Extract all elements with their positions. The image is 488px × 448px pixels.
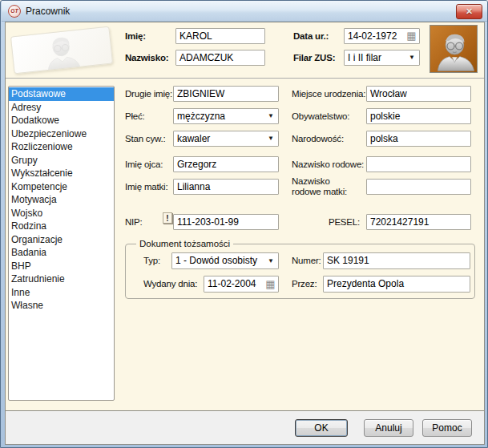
person-watermark-icon [42, 33, 83, 72]
chevron-down-icon: ▼ [268, 131, 274, 146]
nazwisko-rodowe-matki-label: Nazwisko rodowe matki: [292, 176, 357, 196]
drugie-imie-label: Drugie imię: [125, 86, 172, 102]
nazwisko-rodowe-label: Nazwisko rodowe: [292, 156, 364, 172]
nazwisko-rodowe-input[interactable] [366, 156, 471, 172]
obywatelstwo-label: Obywatelstwo: [292, 108, 349, 124]
wydany-dnia-label: Wydany dnia: [143, 276, 197, 292]
stan-cyw-value: kawaler [177, 133, 210, 144]
miejsce-urodzenia-label: Miejsce urodzenia: [292, 86, 365, 102]
wydany-dnia-input[interactable]: 11-02-2004 ▦ [204, 276, 279, 293]
typ-dropdown[interactable]: 1 - Dowód osobisty ▼ [171, 252, 279, 269]
sidebar-item-wlasne[interactable]: Własne [9, 299, 114, 313]
sidebar-item-dodatkowe[interactable]: Dodatkowe [9, 114, 114, 127]
close-button[interactable]: ✕ [456, 4, 482, 19]
sidebar-item-organizacje[interactable]: Organizacje [9, 233, 114, 247]
app-logo-icon: GT [8, 5, 21, 18]
chevron-down-icon: ▼ [268, 253, 274, 268]
validation-warning-icon: ! [163, 212, 172, 224]
person-avatar-icon [435, 30, 477, 73]
miejsce-urodzenia-input[interactable]: Wrocław [366, 86, 471, 102]
chevron-down-icon: ▼ [268, 109, 274, 123]
category-listbox: Podstawowe Adresy Dodatkowe Ubezpieczeni… [8, 86, 115, 401]
numer-input[interactable]: SK 19191 [323, 252, 470, 269]
imie-matki-input[interactable]: Lilianna [173, 179, 279, 195]
sidebar-item-inne[interactable]: Inne [9, 286, 114, 300]
sidebar-item-zatrudnienie[interactable]: Zatrudnienie [9, 272, 114, 286]
nazwisko-label: Nazwisko: [125, 50, 168, 66]
imie-ojca-label: Imię ojca: [125, 156, 163, 172]
sidebar-item-adresy[interactable]: Adresy [9, 101, 114, 115]
imie-ojca-input[interactable]: Grzegorz [173, 156, 279, 172]
sidebar-item-rodzina[interactable]: Rodzina [9, 220, 114, 233]
title-bar[interactable]: GT Pracownik ✕ [2, 1, 488, 22]
group-title: Dokument tożsamości [136, 238, 233, 249]
narodowosc-label: Narodowość: [292, 131, 344, 147]
imie-label: Imię: [125, 28, 146, 44]
przez-label: Przez: [292, 276, 317, 292]
sidebar-item-bhp[interactable]: BHP [9, 260, 114, 273]
typ-label: Typ: [143, 252, 160, 268]
sidebar-item-motywacja[interactable]: Motywacja [9, 193, 114, 207]
stan-cyw-label: Stan cyw.: [125, 131, 165, 147]
drugie-imie-input[interactable]: ZBIGNIEW [173, 86, 279, 102]
window-title: Pracownik [26, 6, 70, 18]
plec-dropdown[interactable]: mężczyzna ▼ [173, 108, 279, 124]
sidebar-item-wyksztalcenie[interactable]: Wykształcenie [9, 167, 114, 180]
anuluj-button[interactable]: Anuluj [364, 419, 413, 437]
nazwisko-input[interactable]: ADAMCZUK [175, 50, 265, 66]
sidebar-item-rozliczeniowe[interactable]: Rozliczeniowe [9, 140, 114, 154]
przez-input[interactable]: Prezydenta Opola [323, 276, 470, 293]
data-ur-input[interactable]: 14-02-1972 ▦ [344, 28, 420, 44]
sidebar-item-ubezpieczeniowe[interactable]: Ubezpieczeniowe [9, 127, 114, 141]
pesel-input[interactable]: 72021427191 [366, 214, 471, 230]
imie-matki-label: Imię matki: [125, 179, 167, 195]
sidebar-item-podstawowe[interactable]: Podstawowe [9, 87, 114, 101]
ok-button[interactable]: OK [295, 419, 348, 437]
pracownik-dialog: GT Pracownik ✕ Imię: KAROL Nazwisko: ADA… [0, 0, 488, 448]
filar-zus-dropdown[interactable]: I i II filar ▼ [344, 50, 420, 66]
sidebar-item-grupy[interactable]: Grupy [9, 154, 114, 167]
stan-cyw-dropdown[interactable]: kawaler ▼ [173, 131, 279, 147]
plec-label: Płeć: [125, 108, 145, 124]
employee-photo[interactable] [430, 25, 478, 73]
typ-value: 1 - Dowód osobisty [175, 255, 257, 266]
data-ur-value: 14-02-1972 [348, 30, 397, 42]
imie-input[interactable]: KAROL [175, 28, 265, 44]
calendar-icon[interactable]: ▦ [405, 30, 417, 42]
obywatelstwo-input[interactable]: polskie [366, 108, 471, 124]
data-ur-label: Data ur.: [293, 28, 329, 44]
sidebar-item-badania[interactable]: Badania [9, 246, 114, 260]
sidebar-item-wojsko[interactable]: Wojsko [9, 207, 114, 220]
calendar-icon[interactable]: ▦ [264, 278, 276, 290]
nip-input[interactable]: 111-203-01-99 [173, 214, 279, 230]
filar-zus-label: Filar ZUS: [293, 50, 335, 66]
pomoc-button[interactable]: Pomoc [422, 419, 472, 437]
plec-value: mężczyzna [177, 111, 225, 122]
nazwisko-rodowe-matki-input[interactable] [366, 179, 471, 195]
narodowosc-input[interactable]: polska [366, 131, 471, 147]
header-divider [6, 78, 484, 79]
filar-zus-value: I i II filar [348, 52, 381, 63]
wydany-dnia-value: 11-02-2004 [208, 278, 256, 289]
chevron-down-icon: ▼ [409, 50, 415, 65]
numer-label: Numer: [292, 252, 321, 268]
nip-label: NIP: [125, 214, 143, 230]
sidebar-item-kompetencje[interactable]: Kompetencje [9, 180, 114, 194]
pesel-label: PESEL: [292, 214, 360, 230]
